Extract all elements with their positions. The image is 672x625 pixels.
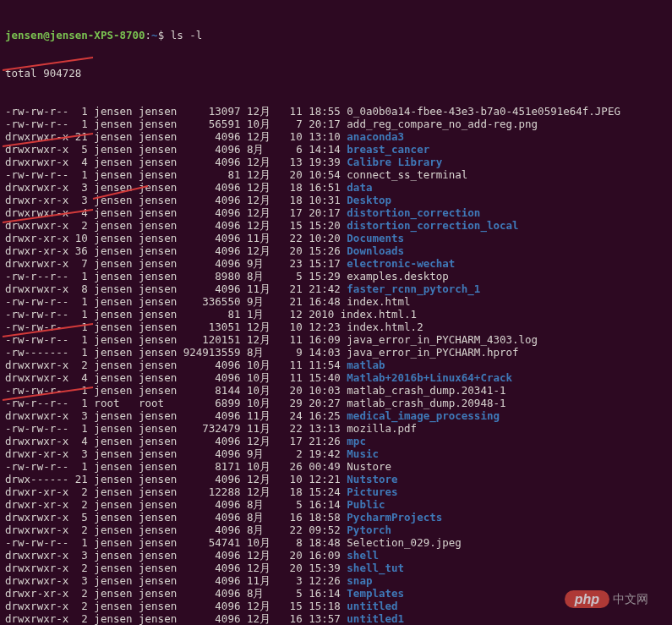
- file-listing: -rw-rw-r-- 1 jensen jensen 13097 12月 11 …: [5, 105, 667, 625]
- file-name: Nutstore: [347, 473, 397, 485]
- file-row: drwxrwxr-x 3 jensen jensen 4096 11月 3 12…: [5, 574, 667, 587]
- file-name: snap: [347, 574, 372, 587]
- file-name: distortion_correction_local: [347, 219, 518, 232]
- file-row: drwxrwxr-x 3 jensen jensen 4096 12月 20 1…: [5, 549, 667, 562]
- file-name: java_error_in_PYCHARM.hprof: [347, 346, 518, 359]
- file-row: drwxr-xr-x 36 jensen jensen 4096 12月 20 …: [5, 244, 667, 257]
- file-name: add_reg_compare_no_add-reg.png: [347, 118, 538, 130]
- file-row: drwxrwxr-x 2 jensen jensen 4096 12月 20 1…: [5, 562, 667, 574]
- file-row: drwxrwxr-x 2 jensen jensen 4096 12月 15 1…: [5, 219, 667, 232]
- file-name: Matlab+2016b+Linux64+Crack: [347, 371, 512, 384]
- file-name: Pytorch: [347, 524, 391, 536]
- file-row: -rw-rw-r-- 1 jensen jensen 336550 9月 21 …: [5, 295, 667, 308]
- file-name: shell: [347, 549, 379, 562]
- php-pill: php: [565, 590, 609, 608]
- file-row: -rw-rw-r-- 1 jensen jensen 13097 12月 11 …: [5, 105, 667, 118]
- file-name: Desktop: [347, 194, 391, 206]
- watermark-badge: php 中文网: [565, 590, 648, 608]
- file-name: 0_0a0b0a14-fbee-43e3-b7a0-451e0591e64f.J…: [347, 105, 620, 118]
- file-name: PycharmProjects: [347, 511, 442, 524]
- file-row: drwxrwxr-x 2 jensen jensen 4096 8月 22 09…: [5, 524, 667, 536]
- file-row: -rw-rw-r-- 1 jensen jensen 81 12月 20 10:…: [5, 168, 667, 181]
- file-row: drwxr-xr-x 2 jensen jensen 4096 8月 5 16:…: [5, 498, 667, 511]
- file-row: drwxrwxr-x 3 jensen jensen 4096 12月 18 1…: [5, 181, 667, 194]
- file-name: index.html.2: [347, 321, 423, 333]
- file-name: breast_cancer: [347, 143, 429, 156]
- file-name: java_error_in_PYCHARM_4303.log: [347, 333, 538, 346]
- file-row: drwxr-xr-x 3 jensen jensen 4096 12月 18 1…: [5, 194, 667, 206]
- terminal-window[interactable]: jensen@jensen-XPS-8700:~$ ls -l total 90…: [0, 0, 672, 625]
- file-name: untitled1: [347, 612, 404, 625]
- file-name: matlab: [347, 359, 385, 371]
- file-name: Music: [347, 447, 379, 460]
- file-name: index.html.1: [341, 308, 417, 321]
- file-row: drwx------ 21 jensen jensen 4096 12月 10 …: [5, 473, 667, 485]
- file-row: drwxrwxr-x 4 jensen jensen 4096 12月 17 2…: [5, 206, 667, 219]
- file-name: Documents: [347, 232, 404, 244]
- file-row: -rw-r--r-- 1 jensen jensen 8980 8月 5 15:…: [5, 270, 667, 282]
- file-name: mozilla.pdf: [347, 422, 417, 435]
- prompt-line: jensen@jensen-XPS-8700:~$ ls -l: [5, 29, 667, 41]
- userhost: jensen@jensen-XPS-8700: [5, 29, 145, 41]
- file-name: connect_ss_terminal: [347, 168, 467, 181]
- file-row: drwxrwxr-x 8 jensen jensen 4096 11月 21 2…: [5, 282, 667, 295]
- file-row: drwxrwxr-x 3 jensen jensen 4096 11月 24 1…: [5, 409, 667, 422]
- file-row: -rw-r--r-- 1 root root 6899 10月 29 20:27…: [5, 397, 667, 409]
- file-row: -rw-rw-r-- 1 jensen jensen 54741 10月 8 1…: [5, 536, 667, 549]
- file-name: shell_tut: [347, 562, 404, 574]
- file-name: data: [347, 181, 372, 194]
- file-name: matlab_crash_dump.20341-1: [347, 384, 505, 397]
- command: ls -l: [171, 29, 203, 41]
- file-row: -rw-rw-r-- 1 jensen jensen 13051 12月 10 …: [5, 321, 667, 333]
- file-name: electronic-wechat: [347, 257, 455, 270]
- total-line: total 904728: [5, 67, 667, 79]
- file-row: -rw-rw-r-- 1 jensen jensen 8171 10月 26 0…: [5, 460, 667, 473]
- file-name: anaconda3: [347, 130, 404, 143]
- file-name: faster_rcnn_pytorch_1: [347, 282, 480, 295]
- file-row: drwxrwxr-x 4 jensen jensen 4096 10月 11 1…: [5, 371, 667, 384]
- file-name: Public: [347, 498, 385, 511]
- file-row: drwxrwxr-x 21 jensen jensen 4096 12月 10 …: [5, 130, 667, 143]
- file-row: drwxr-xr-x 2 jensen jensen 12288 12月 18 …: [5, 485, 667, 498]
- file-row: drwxrwxr-x 2 jensen jensen 4096 12月 16 1…: [5, 612, 667, 625]
- file-row: -rw-rw-r-- 1 jensen jensen 120151 12月 11…: [5, 333, 667, 346]
- file-row: -rw------- 1 jensen jensen 924913559 8月 …: [5, 346, 667, 359]
- file-name: Pictures: [347, 485, 397, 498]
- file-name: matlab_crash_dump.20948-1: [347, 397, 505, 409]
- file-row: drwxrwxr-x 4 jensen jensen 4096 12月 17 2…: [5, 435, 667, 447]
- file-row: drwxrwxr-x 7 jensen jensen 4096 9月 23 15…: [5, 257, 667, 270]
- file-row: -rw-rw-r-- 1 jensen jensen 56591 10月 7 2…: [5, 118, 667, 130]
- file-name: Templates: [347, 587, 404, 600]
- prompt-path: ~: [151, 29, 158, 41]
- file-name: mpc: [347, 435, 366, 447]
- file-row: drwxrwxr-x 4 jensen jensen 4096 12月 13 1…: [5, 156, 667, 168]
- file-row: -rw-rw-r-- 1 jensen jensen 732479 11月 22…: [5, 422, 667, 435]
- file-name: Downloads: [347, 244, 404, 257]
- file-name: medical_image_processing: [347, 409, 500, 422]
- file-row: -rw-rw-r-- 1 jensen jensen 81 1月 12 2010…: [5, 308, 667, 321]
- file-row: drwxrwxr-x 5 jensen jensen 4096 8月 16 18…: [5, 511, 667, 524]
- file-row: drwxr-xr-x 3 jensen jensen 4096 9月 2 19:…: [5, 447, 667, 460]
- file-row: drwxrwxr-x 5 jensen jensen 4096 8月 6 14:…: [5, 143, 667, 156]
- file-name: Selection_029.jpeg: [347, 536, 461, 549]
- file-name: index.html: [347, 295, 410, 308]
- file-name: Calibre Library: [347, 156, 442, 168]
- file-name: distortion_correction: [347, 206, 480, 219]
- file-name: Nustore: [347, 460, 391, 473]
- file-name: untitled: [347, 600, 397, 612]
- file-row: -rw-rw-r-- 1 jensen jensen 8144 10月 20 1…: [5, 384, 667, 397]
- php-text: 中文网: [613, 593, 648, 606]
- file-row: drwxr-xr-x 10 jensen jensen 4096 11月 22 …: [5, 232, 667, 244]
- file-name: examples.desktop: [347, 270, 448, 282]
- file-row: drwxrwxr-x 2 jensen jensen 4096 10月 11 1…: [5, 359, 667, 371]
